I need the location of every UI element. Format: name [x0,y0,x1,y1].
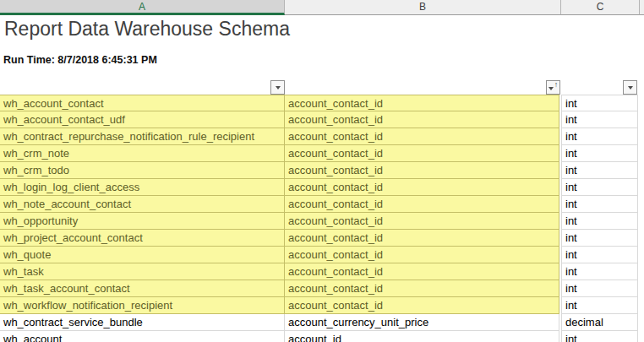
filter-dropdown-icon [548,87,554,90]
cell-table-name[interactable]: wh_project_account_contact [0,230,285,247]
table-row: wh_accountaccount_idint [0,331,644,342]
cell-table-name[interactable]: wh_login_log_client_access [0,179,285,196]
cell-data-type[interactable]: int [561,230,638,247]
cell-data-type[interactable]: int [561,196,638,213]
column-header-b[interactable]: B [285,0,561,15]
table-row: wh_account_contact_udfaccount_contact_id… [0,111,644,128]
table-row: wh_taskaccount_contact_idint [0,263,644,280]
filter-button-column-a[interactable] [270,80,285,95]
cell-table-name[interactable]: wh_contract_service_bundle [0,314,285,331]
cell-table-name[interactable]: wh_workflow_notification_recipient [0,297,285,314]
filter-button-column-b-sorted[interactable]: ↑ [546,80,560,95]
cell-table-name[interactable]: wh_account [0,331,285,342]
page-title: Report Data Warehouse Schema [4,18,290,41]
cell-column-name[interactable]: account_contact_id [285,179,559,196]
cell-table-name[interactable]: wh_account_contact [0,95,285,111]
cell-data-type[interactable]: int [561,213,638,230]
cell-data-type[interactable]: int [561,280,638,297]
column-header-c[interactable]: C [561,0,640,15]
column-header-a[interactable]: A [0,0,285,15]
table-row: wh_quoteaccount_contact_idint [0,247,644,263]
table-row: wh_workflow_notification_recipientaccoun… [0,297,644,314]
table-row: wh_task_account_contactaccount_contact_i… [0,280,644,297]
filter-dropdown-icon [628,86,633,90]
spreadsheet-window: { "sheet": { "column_headers": [ {"label… [0,0,644,342]
table-row: wh_opportunityaccount_contact_idint [0,213,644,230]
cell-data-type[interactable]: int [561,162,638,179]
table-row: wh_project_account_contactaccount_contac… [0,230,644,247]
cell-column-name[interactable]: account_contact_id [285,128,559,145]
cell-data-type[interactable]: int [561,297,638,314]
table-row: wh_contract_service_bundleaccount_curren… [0,314,644,331]
table-row: wh_contract_repurchase_notification_rule… [0,128,644,145]
column-header-overflow [640,0,644,15]
cell-column-name[interactable]: account_contact_id [285,95,559,111]
column-header-bar: A B C [0,0,644,15]
cell-table-name[interactable]: wh_opportunity [0,213,285,230]
table-row: wh_account_contactaccount_contact_idint [0,95,644,111]
cell-table-name[interactable]: wh_contract_repurchase_notification_rule… [0,128,285,145]
cell-column-name[interactable]: account_contact_id [285,247,559,263]
cell-column-name[interactable]: account_contact_id [285,263,559,280]
cell-data-type[interactable]: int [561,247,638,263]
cell-column-name[interactable]: account_id [285,331,559,342]
cell-data-type[interactable]: int [561,145,638,162]
cell-column-name[interactable]: account_contact_id [285,230,559,247]
table-row: wh_crm_noteaccount_contact_idint [0,145,644,162]
cell-data-type[interactable]: decimal [561,314,638,331]
cell-table-name[interactable]: wh_task [0,263,285,280]
cell-data-type[interactable]: int [561,263,638,280]
cell-column-name[interactable]: account_contact_id [285,280,559,297]
run-time-label: Run Time: 8/7/2018 6:45:31 PM [3,54,157,66]
cell-column-name[interactable]: account_contact_id [285,145,559,162]
cell-column-name[interactable]: account_contact_id [285,213,559,230]
cell-column-name[interactable]: account_contact_id [285,111,559,128]
cell-column-name[interactable]: account_contact_id [285,297,559,314]
cell-column-name[interactable]: account_contact_id [285,162,559,179]
sort-ascending-icon: ↑ [554,81,559,89]
cell-table-name[interactable]: wh_note_account_contact [0,196,285,213]
table-row: wh_login_log_client_accessaccount_contac… [0,179,644,196]
filter-dropdown-icon [276,86,281,90]
cell-table-name[interactable]: wh_crm_todo [0,162,285,179]
cell-table-name[interactable]: wh_crm_note [0,145,285,162]
cell-table-name[interactable]: wh_account_contact_udf [0,111,285,128]
cell-data-type[interactable]: int [561,179,638,196]
cell-table-name[interactable]: wh_quote [0,247,285,263]
cell-table-name[interactable]: wh_task_account_contact [0,280,285,297]
cell-data-type[interactable]: int [561,95,638,111]
table-row: wh_crm_todoaccount_contact_idint [0,162,644,179]
cell-data-type[interactable]: int [561,111,638,128]
filter-button-column-c[interactable] [623,80,637,95]
cell-column-name[interactable]: account_currency_unit_price [285,314,559,331]
cell-column-name[interactable]: account_contact_id [285,196,559,213]
cell-data-type[interactable]: int [561,128,638,145]
table-row: wh_note_account_contactaccount_contact_i… [0,196,644,213]
cell-data-type[interactable]: int [561,331,638,342]
